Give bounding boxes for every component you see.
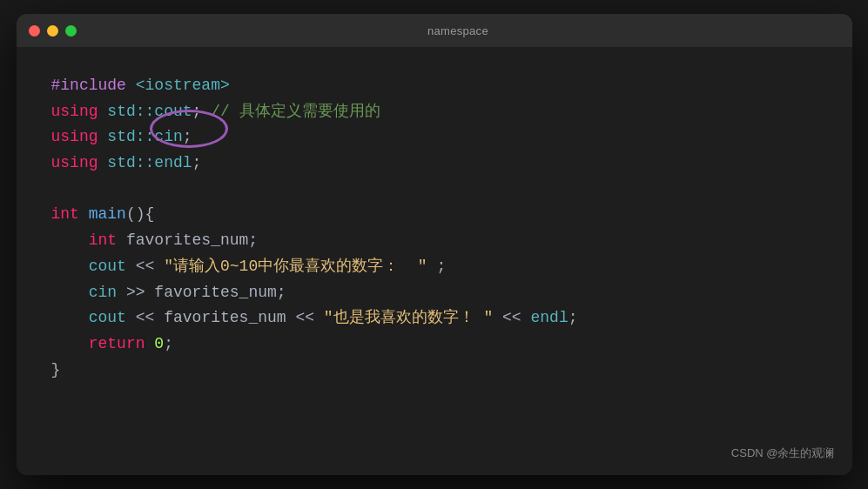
code-window: namespace #include <iostream> using std:… (17, 14, 852, 475)
minimize-button[interactable] (47, 25, 58, 37)
code-block: #include <iostream> using std::cout; // … (51, 73, 818, 383)
close-button[interactable] (29, 25, 40, 37)
window-title: namespace (77, 24, 840, 37)
watermark: CSDN @余生的观澜 (731, 445, 835, 461)
maximize-button[interactable] (65, 25, 77, 37)
code-area: #include <iostream> using std::cout; // … (17, 47, 852, 475)
titlebar: namespace (17, 14, 852, 47)
traffic-lights (29, 25, 77, 37)
